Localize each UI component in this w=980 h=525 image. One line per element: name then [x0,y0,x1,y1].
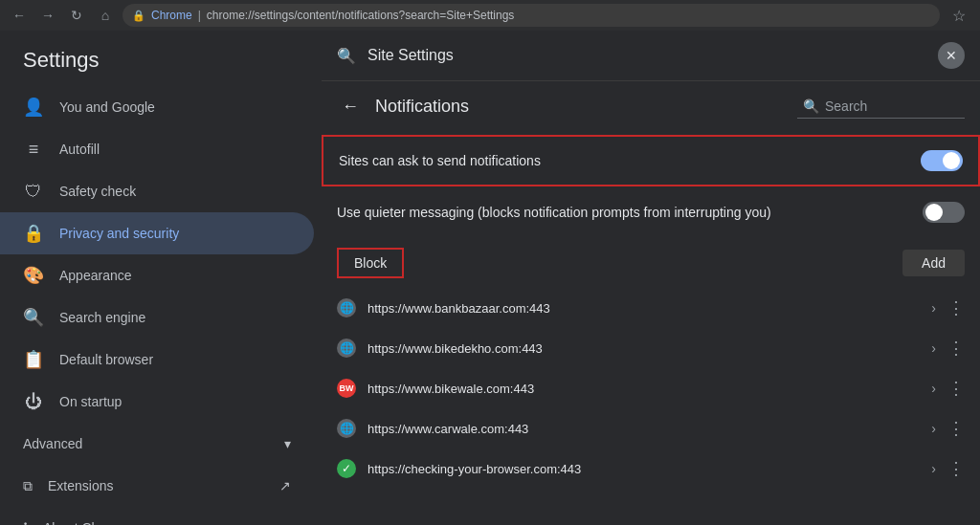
notifications-title: Notifications [375,97,786,117]
about-chrome-icon: ℹ [23,520,28,525]
site-menu-icon[interactable]: ⋮ [947,418,965,439]
sidebar-label-default-browser: Default browser [59,352,153,367]
site-list-item[interactable]: 🌐 https://www.bankbazaar.com:443 › ⋮ [322,288,980,328]
address-bar[interactable]: 🔒 Chrome | chrome://settings/content/not… [122,4,940,27]
notifications-search[interactable]: 🔍 [797,95,965,119]
sidebar-label-extensions: Extensions [48,478,113,493]
sidebar-item-privacy-and-security[interactable]: 🔒 Privacy and security [0,212,314,254]
search-icon: 🔍 [803,98,819,114]
toggle-thumb [943,152,960,169]
notifications-content: ← Notifications 🔍 Sites can ask to send … [322,81,980,525]
site-icon-checking: ✓ [337,459,356,478]
sidebar-item-default-browser[interactable]: 📋 Default browser [0,339,314,381]
site-settings-search-icon: 🔍 [337,47,356,65]
notifications-back-button[interactable]: ← [337,93,364,120]
sidebar-label-advanced: Advanced [23,436,82,451]
search-input[interactable] [825,98,959,114]
lock-icon: 🔒 [132,10,145,22]
site-icon-bikedekho: 🌐 [337,339,356,358]
site-menu-icon[interactable]: ⋮ [947,458,965,479]
site-list-item[interactable]: 🌐 https://www.bikedekho.com:443 › ⋮ [322,328,980,368]
reload-button[interactable]: ↻ [65,4,88,27]
sidebar-item-search-engine[interactable]: 🔍 Search engine [0,296,314,339]
sites-can-ask-row: Sites can ask to send notifications [322,135,980,186]
quieter-messaging-label: Use quieter messaging (blocks notificati… [337,205,771,220]
site-url-bankbazaar: https://www.bankbazaar.com:443 [368,301,920,316]
site-menu-icon[interactable]: ⋮ [947,297,965,318]
sidebar-item-you-and-google[interactable]: 👤 You and Google [0,86,314,128]
sidebar-label-safety-check: Safety check [59,184,136,199]
search-engine-icon: 🔍 [23,307,44,328]
bookmark-button[interactable]: ☆ [946,2,972,29]
site-url-bikewale: https://www.bikewale.com:443 [368,382,920,396]
site-settings-header: 🔍 Site Settings ✕ [322,31,980,81]
toggle-thumb-quieter [925,204,943,221]
quieter-messaging-row: Use quieter messaging (blocks notificati… [322,190,980,234]
site-icon-bankbazaar: 🌐 [337,298,356,317]
sites-can-ask-toggle[interactable] [921,150,963,171]
chevron-right-icon: › [931,300,936,316]
content-area: 🔍 Site Settings ✕ ← Notifications 🔍 Site… [322,31,980,525]
shield-icon: 🛡 [23,182,44,202]
forward-nav-button[interactable]: → [36,4,59,27]
settings-title: Settings [0,31,322,86]
site-icon-bikewale: BW [337,379,356,398]
site-list-item[interactable]: BW https://www.bikewale.com:443 › ⋮ [322,368,980,408]
sidebar-item-extensions[interactable]: ⧉ Extensions ↗ [0,465,314,507]
url-text: chrome://settings/content/notifications?… [207,9,515,22]
sidebar-item-about-chrome[interactable]: ℹ About Chrome [0,507,314,525]
close-site-settings-button[interactable]: ✕ [938,42,965,69]
sidebar-item-appearance[interactable]: 🎨 Appearance [0,254,314,296]
sidebar-label-search-engine: Search engine [59,310,145,325]
notifications-header: ← Notifications 🔍 [322,81,980,131]
sidebar-label-privacy-and-security: Privacy and security [59,226,179,241]
external-link-icon: ↗ [279,478,291,493]
back-nav-button[interactable]: ← [8,4,31,27]
site-url-bikedekho: https://www.bikedekho.com:443 [368,341,920,356]
site-url-checking: https://checking-your-browser.com:443 [368,462,920,476]
default-browser-icon: 📋 [23,349,44,370]
sites-can-ask-label: Sites can ask to send notifications [339,153,541,168]
site-menu-icon[interactable]: ⋮ [947,338,965,359]
site-settings-title: Site Settings [368,47,926,64]
person-icon: 👤 [23,97,44,118]
sidebar-item-safety-check[interactable]: 🛡 Safety check [0,170,314,212]
block-header: Block Add [322,238,980,288]
add-button[interactable]: Add [902,250,965,276]
extensions-icon: ⧉ [23,478,33,494]
site-icon-carwale: 🌐 [337,419,356,438]
home-button[interactable]: ⌂ [94,4,117,27]
autofill-icon: ≡ [23,140,44,160]
sidebar-item-advanced[interactable]: Advanced ▾ [0,423,314,465]
appearance-icon: 🎨 [23,265,44,286]
site-url-carwale: https://www.carwale.com:443 [368,422,920,436]
sidebar: Settings 👤 You and Google ≡ Autofill 🛡 S… [0,31,322,525]
main-layout: Settings 👤 You and Google ≡ Autofill 🛡 S… [0,31,980,525]
chevron-down-icon: ▾ [284,436,291,451]
sidebar-item-autofill[interactable]: ≡ Autofill [0,128,314,170]
sidebar-label-autofill: Autofill [59,142,100,157]
sidebar-label-on-startup: On startup [59,394,122,409]
chevron-right-icon: › [931,381,936,396]
startup-icon: ⏻ [23,392,44,412]
title-bar: ← → ↻ ⌂ 🔒 Chrome | chrome://settings/con… [0,0,980,31]
chevron-right-icon: › [931,421,936,436]
site-name: Chrome [151,9,192,22]
sidebar-label-appearance: Appearance [59,268,132,283]
quieter-messaging-toggle[interactable] [923,202,965,223]
sidebar-item-on-startup[interactable]: ⏻ On startup [0,381,314,423]
lock-sidebar-icon: 🔒 [23,223,44,244]
chevron-right-icon: › [931,340,936,356]
site-list-item[interactable]: 🌐 https://www.carwale.com:443 › ⋮ [322,408,980,448]
url-divider: | [198,9,201,22]
site-list-item[interactable]: ✓ https://checking-your-browser.com:443 … [322,448,980,489]
block-label: Block [337,248,404,278]
sidebar-label-you-and-google: You and Google [59,99,155,115]
sidebar-label-about-chrome: About Chrome [43,520,129,525]
chevron-right-icon: › [931,461,936,476]
site-menu-icon[interactable]: ⋮ [947,378,965,399]
